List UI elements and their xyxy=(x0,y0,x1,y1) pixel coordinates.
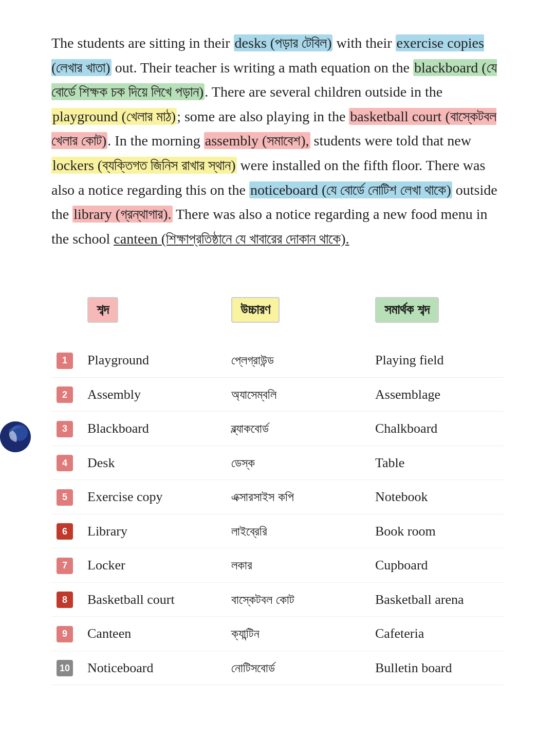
moon-icon xyxy=(0,421,31,452)
row-number: 4 xyxy=(51,446,82,480)
row-pronunciation: ব্ল্যাকবোর্ড xyxy=(226,413,370,444)
row-synonym: Bulletin board xyxy=(370,652,514,684)
row-pronunciation: লকার xyxy=(226,550,370,581)
row-synonym: Playing field xyxy=(370,344,514,376)
paragraph-section: The students are sitting in their desks … xyxy=(51,31,504,251)
table-row: 5 Exercise copy এক্সারসাইস কপি Notebook xyxy=(51,480,504,514)
row-number: 3 xyxy=(51,412,82,446)
table-row: 7 Locker লকার Cupboard xyxy=(51,548,504,583)
highlight-desks: desks (পড়ার টেবিল) xyxy=(234,34,333,51)
highlight-blackboard: blackboard (যে বোর্ডে শিক্ষক চক দিয়ে লি… xyxy=(51,59,497,101)
highlight-lockers: lockers (ব্যক্তিগত জিনিস রাখার স্থান) xyxy=(51,157,237,174)
pronunciation-column-header: উচ্চারণ xyxy=(231,297,280,323)
row-synonym: Notebook xyxy=(370,481,514,513)
row-number: 7 xyxy=(51,548,82,582)
row-pronunciation: এক্সারসাইস কপি xyxy=(226,482,370,512)
table-header-row: শব্দ উচ্চারণ সমার্থক শব্দ xyxy=(51,292,504,338)
table-row: 2 Assembly অ্যাসেম্বলি Assemblage xyxy=(51,378,504,412)
header-synonym-col: সমার্থক শব্দ xyxy=(370,292,514,328)
row-number: 6 xyxy=(51,514,82,548)
synonym-column-header: সমার্থক শব্দ xyxy=(375,297,439,323)
table-row: 3 Blackboard ব্ল্যাকবোর্ড Chalkboard xyxy=(51,412,504,446)
table-row: 8 Basketball court বাস্কেটবল কোট Basketb… xyxy=(51,583,504,617)
row-pronunciation: অ্যাসেম্বলি xyxy=(226,379,370,410)
row-synonym: Assemblage xyxy=(370,379,514,411)
row-number: 1 xyxy=(51,343,82,377)
row-pronunciation: ডেস্ক xyxy=(226,448,370,478)
row-pronunciation: ক্যান্টিন xyxy=(226,618,370,649)
row-synonym: Cafeteria xyxy=(370,618,514,650)
row-word: Assembly xyxy=(82,379,226,411)
row-number: 10 xyxy=(51,651,82,685)
page-content: The students are sitting in their desks … xyxy=(0,0,555,716)
row-word: Locker xyxy=(82,549,226,581)
highlight-library: library (গ্রন্থাগার). xyxy=(72,206,172,223)
row-word: Exercise copy xyxy=(82,481,226,513)
header-word-col: শব্দ xyxy=(82,292,226,328)
row-word: Noticeboard xyxy=(82,652,226,684)
row-pronunciation: লাইব্রেরি xyxy=(226,516,370,547)
header-number-col xyxy=(51,305,82,315)
row-word: Desk xyxy=(82,447,226,479)
row-word: Canteen xyxy=(82,618,226,650)
header-pronunciation-col: উচ্চারণ xyxy=(226,292,370,328)
row-number: 8 xyxy=(51,583,82,617)
row-synonym: Basketball arena xyxy=(370,584,514,616)
row-synonym: Table xyxy=(370,447,514,479)
row-word: Blackboard xyxy=(82,413,226,445)
vocabulary-table: 1 Playground প্লেগ্রাউন্ড Playing field … xyxy=(51,343,504,685)
row-pronunciation: নোটিসবোর্ড xyxy=(226,653,370,684)
row-number: 9 xyxy=(51,617,82,651)
highlight-canteen: canteen (শিক্ষাপ্রতিষ্ঠানে যে খাবারের দো… xyxy=(114,231,349,247)
row-synonym: Chalkboard xyxy=(370,413,514,445)
table-row: 10 Noticeboard নোটিসবোর্ড Bulletin board xyxy=(51,651,504,686)
row-word: Playground xyxy=(82,344,226,376)
highlight-playground: playground (খেলার মাঠ) xyxy=(51,108,177,125)
moon-decoration xyxy=(0,421,31,452)
word-column-header: শব্দ xyxy=(87,297,118,323)
row-number: 5 xyxy=(51,480,82,514)
highlight-assembly: assembly (সমাবেশ), xyxy=(204,132,310,149)
table-section: শব্দ উচ্চারণ সমার্থক শব্দ 1 Playground প… xyxy=(51,292,504,685)
row-word: Library xyxy=(82,515,226,547)
row-number: 2 xyxy=(51,378,82,412)
row-pronunciation: বাস্কেটবল কোট xyxy=(226,584,370,615)
table-row: 4 Desk ডেস্ক Table xyxy=(51,446,504,481)
row-pronunciation: প্লেগ্রাউন্ড xyxy=(226,345,370,376)
highlight-noticeboard: noticeboard (যে বোর্ডে নোটিশ লেখা থাকে) xyxy=(249,181,452,198)
table-row: 6 Library লাইব্রেরি Book room xyxy=(51,514,504,549)
table-row: 1 Playground প্লেগ্রাউন্ড Playing field xyxy=(51,343,504,378)
row-word: Basketball court xyxy=(82,584,226,616)
row-synonym: Cupboard xyxy=(370,549,514,581)
table-row: 9 Canteen ক্যান্টিন Cafeteria xyxy=(51,617,504,651)
row-synonym: Book room xyxy=(370,515,514,547)
